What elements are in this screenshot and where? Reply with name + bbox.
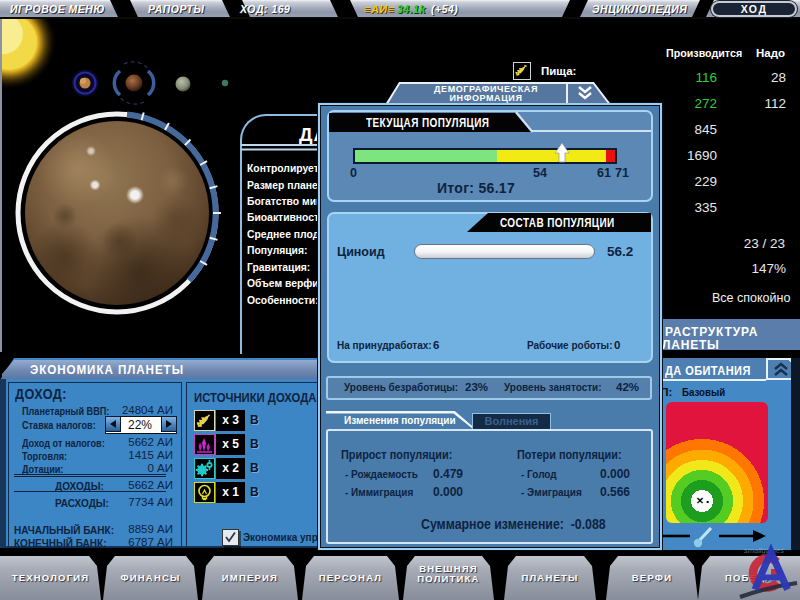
svg-text:smallgames: smallgames bbox=[744, 546, 784, 555]
